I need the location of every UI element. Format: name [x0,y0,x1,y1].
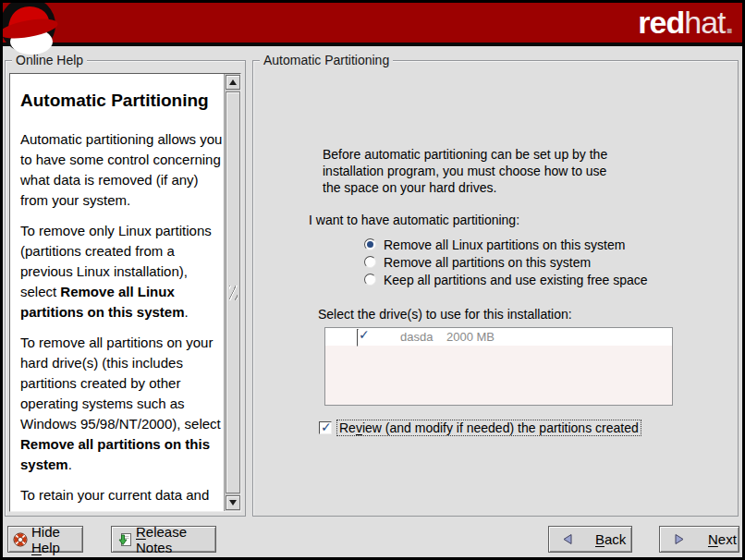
drive-size: 2000 MB [446,330,495,344]
life-preserver-icon [13,532,28,547]
next-arrow-icon [672,532,686,546]
scrollbar-grip-icon [229,286,238,300]
brand-light-text: hat [684,5,725,40]
back-button[interactable]: Back [548,526,632,553]
intro-text: Before automatic partitioning can be set… [323,146,607,196]
brand-period: . [726,5,733,40]
online-help-frame: Online Help Automatic Partitioning Autom… [5,60,246,517]
release-notes-label: Release Notes [136,524,215,555]
header-banner: redhat. [3,3,742,46]
help-text-panel: Automatic Partitioning Automatic partiti… [9,73,241,512]
scroll-down-icon [229,500,237,505]
help-paragraph-clipped: To retain your current data and [20,485,223,505]
automatic-partitioning-frame-label: Automatic Partitioning [260,53,393,67]
help-scrollbar[interactable] [224,74,240,511]
drive-name: dasda [400,330,433,344]
radio-group-prompt: I want to have automatic partitioning: [309,213,519,227]
next-button[interactable]: Next [659,526,739,553]
scrollbar-thumb[interactable] [226,91,240,493]
review-partitions-option[interactable]: Review (and modify if needed) the partit… [319,420,641,436]
radio-keep-all-partitions[interactable]: Keep all partitions and use existing fre… [364,272,648,287]
review-checkbox[interactable] [319,421,332,434]
help-title: Automatic Partitioning [20,91,223,111]
help-paragraph: Automatic partitioning allows you to hav… [20,129,223,211]
radio-remove-linux-partitions[interactable]: Remove all Linux partitions on this syst… [364,237,625,252]
radio-label[interactable]: Keep all partitions and use existing fre… [384,273,648,287]
scroll-up-icon [229,79,237,85]
review-checkbox-label[interactable]: Review (and modify if needed) the partit… [336,420,641,436]
radio-button-icon[interactable] [364,274,376,286]
radio-label[interactable]: Remove all partitions on this system [384,255,591,270]
back-arrow-icon [561,532,575,546]
help-paragraph: To remove only Linux partitions (partiti… [20,221,223,323]
drive-select-prompt: Select the drive(s) to use for this inst… [318,307,572,322]
installer-window: redhat. Online Help Automatic Partitioni… [0,0,745,560]
scroll-up-button[interactable] [226,75,240,90]
help-paragraph: To remove all partitions on your hard dr… [20,333,223,475]
radio-remove-all-partitions[interactable]: Remove all partitions on this system [364,254,591,270]
redhat-wordmark: redhat. [638,5,733,41]
drive-row-dasda[interactable]: dasda 2000 MB [325,328,672,346]
scroll-down-button[interactable] [226,495,240,510]
release-notes-button[interactable]: Release Notes [111,526,216,553]
help-content: Automatic Partitioning Automatic partiti… [10,74,224,511]
drive-list[interactable]: dasda 2000 MB [324,327,673,406]
next-label: Next [708,531,737,547]
hide-help-label: Hide Help [31,524,82,555]
redhat-shadowman-logo-icon [1,0,60,59]
automatic-partitioning-frame: Automatic Partitioning Before automatic … [252,60,739,517]
radio-label[interactable]: Remove all Linux partitions on this syst… [384,237,625,252]
back-label: Back [595,531,626,547]
radio-button-icon[interactable] [364,256,376,268]
hide-help-button[interactable]: Hide Help [7,526,83,553]
brand-bold-text: red [638,5,684,40]
release-notes-page-icon [117,532,132,547]
drive-checkbox[interactable] [357,329,359,347]
radio-button-icon[interactable] [364,238,376,250]
